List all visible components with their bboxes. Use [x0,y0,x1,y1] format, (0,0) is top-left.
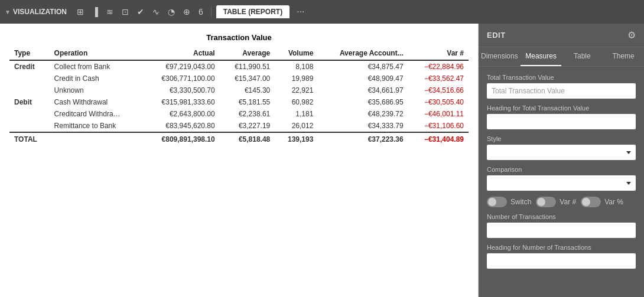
section-heading-total-transaction-value: Heading for Total Transaction Value [487,105,636,129]
chevron-down-icon: ▼ [5,9,11,15]
pivot-icon[interactable]: ⊡ [119,5,132,19]
table-title: Transaction Value [9,31,469,47]
gear-icon[interactable]: ⚙ [627,30,636,41]
pie-chart-icon[interactable]: ◔ [165,5,178,19]
section-comparison: Comparison [487,166,636,191]
edit-panel-title: EDIT [487,31,506,40]
toggle-label-switch: Switch [510,198,531,206]
cell-var: −€30,505.40 [408,96,469,108]
total-avg-account: €37,223.36 [318,132,408,146]
col-header-volume: Volume [275,47,318,60]
cell-operation: Remittance to Bank [50,120,143,132]
cell-avg-account: €48,239.72 [318,108,408,120]
col-header-average: Average [220,47,275,60]
toolbar-separator [211,6,212,18]
table-row: Unknown€3,330,500.70€145.3022,921€34,661… [9,84,469,96]
cell-average: €145.30 [220,84,275,96]
line-chart-icon[interactable]: ≋ [103,5,116,19]
tab-table[interactable]: Table [561,47,603,66]
cell-volume: 60,982 [275,96,318,108]
cell-volume: 8,108 [275,60,318,73]
label-style: Style [487,135,636,142]
toggle-label-var-hash: Var # [560,198,576,206]
table-row: Credit in Cash€306,771,100.00€15,347.001… [9,73,469,84]
toolbar-title: ▼ VISUALIZATION [5,8,67,16]
cell-type [9,73,50,84]
check-chart-icon[interactable]: ✔ [134,5,147,19]
cell-var: −€22,884.96 [408,60,469,73]
col-header-operation: Operation [50,47,143,60]
input-number-of-transactions[interactable] [487,223,636,238]
cell-operation: Creditcard Withdra… [50,108,143,120]
table-report-tab[interactable]: TABLE (REPORT) [216,5,290,18]
table-row: Remittance to Bank€83,945,620.80€3,227.1… [9,120,469,132]
label-number-of-transactions: Number of Transactions [487,213,636,220]
cell-avg-account: €34,875.47 [318,60,408,73]
cell-volume: 26,012 [275,120,318,132]
cell-type [9,108,50,120]
cell-actual: €306,771,100.00 [142,73,220,84]
cell-type [9,84,50,96]
cell-type: Credit [9,60,50,73]
bar-chart-icon[interactable]: ▐ [89,5,101,19]
col-header-type: Type [9,47,50,60]
input-heading-total-transaction-value[interactable] [487,114,636,129]
total-var: −€31,404.89 [408,132,469,146]
label-total-transaction-value: Total Transaction Value [487,74,636,81]
section-number-of-transactions: Number of Transactions [487,213,636,238]
label-comparison: Comparison [487,166,636,173]
cell-avg-account: €34,333.79 [318,120,408,132]
area-chart-icon[interactable]: ∿ [149,5,162,19]
cell-average: €3,227.19 [220,120,275,132]
edit-tabs: Dimensions Measures Table Theme [479,47,644,67]
cell-actual: €83,945,620.80 [142,120,220,132]
cell-var: −€46,001.11 [408,108,469,120]
cell-volume: 22,921 [275,84,318,96]
section-total-transaction-value: Total Transaction Value [487,74,636,99]
toggle-switch-var-hash[interactable] [536,197,556,207]
cell-avg-account: €48,909.47 [318,73,408,84]
toggle-group-var-pct: Var % [581,197,623,207]
visualization-panel: Transaction Value Type Operation Actual … [0,24,479,297]
toggle-switch-switch[interactable] [487,197,507,207]
cell-operation: Collect from Bank [50,60,143,73]
tab-measures[interactable]: Measures [521,47,562,66]
table-row: DebitCash Withdrawal€315,981,333.60€5,18… [9,96,469,108]
total-volume: 139,193 [275,132,318,146]
edit-panel: EDIT ⚙ Dimensions Measures Table Theme T… [479,24,644,297]
label-heading-number-of-transactions: Heading for Number of Transactions [487,244,636,251]
cell-average: €5,181.55 [220,96,275,108]
select-comparison[interactable] [487,175,636,191]
input-heading-number-of-transactions[interactable] [487,253,636,269]
table-row: Creditcard Withdra…€2,643,800.00€2,238.6… [9,108,469,120]
col-header-actual: Actual [142,47,220,60]
number-icon[interactable]: 6 [196,5,206,19]
more-options-icon[interactable]: ··· [292,4,309,19]
cell-average: €11,990.51 [220,60,275,73]
cell-actual: €97,219,043.00 [142,60,220,73]
tab-dimensions[interactable]: Dimensions [479,47,521,66]
toggle-switch-var-pct[interactable] [581,197,601,207]
cell-type [9,120,50,132]
select-style[interactable] [487,145,636,160]
toolbar: ▼ VISUALIZATION ⊞ ▐ ≋ ⊡ ✔ ∿ ◔ ⊕ 6 TABLE … [0,0,644,24]
cell-operation: Credit in Cash [50,73,143,84]
cell-type: Debit [9,96,50,108]
label-heading-total-transaction-value: Heading for Total Transaction Value [487,105,636,112]
cell-var: −€31,106.60 [408,120,469,132]
input-total-transaction-value[interactable] [487,83,636,99]
edit-content: Total Transaction Value Heading for Tota… [479,67,644,276]
tab-theme[interactable]: Theme [603,47,644,66]
col-header-var: Var # [408,47,469,60]
section-style: Style [487,135,636,160]
toggle-label-var-pct: Var % [604,198,623,206]
total-label: TOTAL [9,132,50,146]
cell-var: −€33,562.47 [408,73,469,84]
section-heading-number-of-transactions: Heading for Number of Transactions [487,244,636,269]
cell-average: €15,347.00 [220,73,275,84]
cell-avg-account: €35,686.95 [318,96,408,108]
toggle-group-switch: Switch [487,197,531,207]
total-average: €5,818.48 [220,132,275,146]
table-grid-icon[interactable]: ⊞ [74,5,87,19]
map-icon[interactable]: ⊕ [180,5,193,19]
